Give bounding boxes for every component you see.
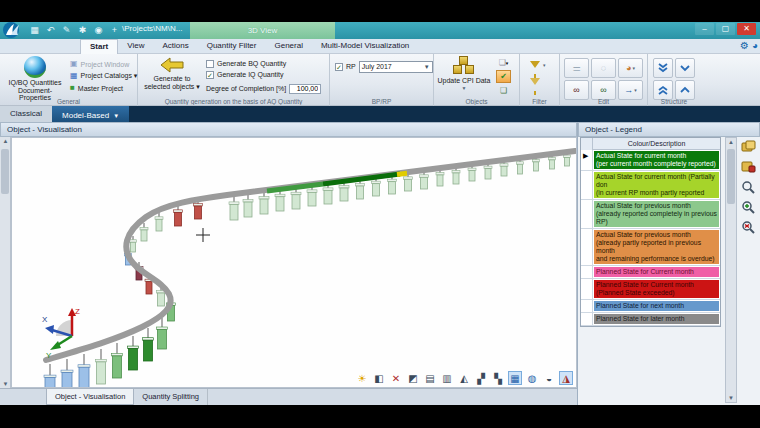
scroll-down-icon[interactable]: ▼ <box>726 395 736 401</box>
bridge-pier-darkgreen <box>128 336 139 370</box>
go-to-icon[interactable]: →▾ <box>618 80 643 100</box>
minimize-button[interactable]: – <box>695 23 714 35</box>
reporting-period-select[interactable]: July 2017 ▼ <box>359 61 433 73</box>
expand-all-icon[interactable] <box>653 58 673 78</box>
bottom-tab-quantity-splitting[interactable]: Quantity Splitting <box>134 389 208 405</box>
save-icon[interactable]: ▦ <box>28 24 41 37</box>
rp-checkbox[interactable]: ✓ <box>335 63 343 71</box>
legend-row[interactable]: Actual State for previous month(already … <box>581 200 720 229</box>
maximize-button[interactable]: ▢ <box>716 23 735 35</box>
scroll-thumb[interactable] <box>1 149 9 194</box>
legend-row[interactable]: Planned State for Current month <box>581 266 720 279</box>
edit-redo-icon[interactable]: ◕▾ <box>618 58 643 78</box>
copy-image-icon[interactable]: ▤ <box>423 371 437 385</box>
legend-row[interactable]: Actual State for previous month(already … <box>581 229 720 266</box>
object-check-icon[interactable]: ✔ <box>496 70 511 83</box>
ribbon-tab-quantity-filter[interactable]: Quantity Filter <box>198 39 266 54</box>
unchecked-checkbox-icon[interactable] <box>206 60 214 68</box>
gear-icon[interactable]: ⚙ <box>740 40 749 51</box>
ribbon-tab-view[interactable]: View <box>118 39 153 54</box>
object-apply-icon[interactable]: ❏ <box>496 84 511 97</box>
find-next-icon[interactable]: ∞ <box>591 80 616 100</box>
section-plane-icon[interactable]: ◒ <box>542 371 556 385</box>
object-select-icon[interactable]: ❏▾ <box>496 56 511 69</box>
light-icon[interactable]: ☀ <box>355 371 369 385</box>
expand-one-icon[interactable] <box>675 58 695 78</box>
legend-row-description: Planned State for next month <box>594 301 719 311</box>
zoom-out-icon[interactable] <box>741 220 756 234</box>
degree-of-completion-field[interactable] <box>289 84 321 94</box>
filter-clear-icon[interactable] <box>530 78 540 85</box>
iqbq-quantities-button[interactable]: IQ/BQ Quantities Document-Properties <box>4 56 66 102</box>
delete-view-icon[interactable]: ✕ <box>389 371 403 385</box>
bottom-tab-object-visualisation[interactable]: Object - Visualisation <box>46 389 134 405</box>
legend-row[interactable]: ▶Actual State for current month(per curr… <box>581 150 720 171</box>
collapse-one-icon[interactable] <box>675 80 695 100</box>
rotate-view-icon[interactable]: ◭ <box>457 371 471 385</box>
help-icon[interactable]: ◕ <box>752 40 758 51</box>
globe-icon[interactable]: ◉ <box>92 24 105 37</box>
group-label-structure: Structure <box>648 98 700 105</box>
report-lock-icon[interactable] <box>741 160 756 174</box>
checked-checkbox-icon[interactable]: ✓ <box>206 71 214 79</box>
legend-row[interactable]: Planned State for later month <box>581 313 720 326</box>
ribbon-tab-multi-model-visualization[interactable]: Multi-Model Visualization <box>312 39 418 54</box>
add-icon[interactable]: + <box>108 24 121 37</box>
generate-iq-quantity-checkbox[interactable]: ✓Generate IQ Quantity <box>206 69 328 80</box>
3d-viewport[interactable]: Z X Y ☀◧✕◩▤▥◭▞▚▦◍◒◮ <box>11 137 577 388</box>
measure-icon[interactable]: ◩ <box>406 371 420 385</box>
grid-view-icon[interactable]: ▦ <box>508 371 522 385</box>
legend-row-description: Planned State for Current month(Planned … <box>594 280 719 298</box>
next-view-icon[interactable]: ▚ <box>491 371 505 385</box>
ribbon-tab-general[interactable]: General <box>265 39 311 54</box>
export-view-icon[interactable]: ◮ <box>559 371 573 385</box>
bridge-3d-model: Z X Y <box>12 138 577 388</box>
move-cursor-icon <box>196 228 210 242</box>
tab-model-based[interactable]: Model-Based ▼ <box>52 106 129 122</box>
catalog-cube-icon: ▦ <box>70 71 78 81</box>
generate-bq-quantity-checkbox[interactable]: Generate BQ Quantity <box>206 58 328 69</box>
scroll-up-icon[interactable]: ▲ <box>726 139 736 145</box>
shade-view-icon[interactable]: ◧ <box>372 371 386 385</box>
layer-view-icon[interactable]: ▥ <box>440 371 454 385</box>
legend-row-description: Actual State for current month (Partiall… <box>594 172 719 198</box>
zoom-in-icon[interactable] <box>741 200 756 214</box>
legend-panel-header: Object - Legend <box>578 122 760 137</box>
zoom-icon[interactable] <box>741 180 756 194</box>
legend-scrollbar[interactable]: ▲ ▼ <box>725 137 737 403</box>
svg-text:Y: Y <box>46 351 52 360</box>
mode-tab-strip: Classical Model-Based ▼ <box>0 106 760 122</box>
pen-icon[interactable]: ✎ <box>60 24 73 37</box>
tab-classical[interactable]: Classical <box>0 106 52 122</box>
legend-row[interactable]: Actual State for current month (Partiall… <box>581 171 720 200</box>
filter-icon[interactable] <box>530 61 540 68</box>
find-icon[interactable]: ∞ <box>564 80 589 100</box>
edit-undo-icon[interactable]: ◌ <box>591 58 616 78</box>
edit-cut-icon[interactable]: ⚌ <box>564 58 589 78</box>
close-button[interactable]: ✕ <box>737 23 756 35</box>
ribbon-group-general: IQ/BQ Quantities Document-Properties ▣Pr… <box>0 54 138 106</box>
project-catalogs-button[interactable]: ▦Project Catalogs ▾ <box>70 70 137 82</box>
group-label-objects: Objects <box>434 98 519 105</box>
scroll-down-icon[interactable]: ▼ <box>0 381 11 387</box>
generate-arrow-icon <box>159 56 185 74</box>
update-cpi-data-button[interactable]: Update CPI Data ▼ <box>437 56 491 92</box>
left-scrollbar[interactable]: ▲ ▼ <box>0 137 11 388</box>
scroll-up-icon[interactable]: ▲ <box>0 138 11 144</box>
report-icon[interactable] <box>741 140 756 154</box>
info-icon[interactable]: ◍ <box>525 371 539 385</box>
settings-icon[interactable]: ✱ <box>76 24 89 37</box>
legend-row[interactable]: Planned State for Current month(Planned … <box>581 279 720 300</box>
generate-to-selected-button[interactable]: Generate to selected objects ▾ <box>141 56 203 90</box>
master-project-button[interactable]: ■Master Project <box>70 82 137 94</box>
undo-icon[interactable]: ↶ <box>44 24 57 37</box>
prev-view-icon[interactable]: ▞ <box>474 371 488 385</box>
collapse-all-icon[interactable] <box>653 80 673 100</box>
deck-progress-yellow <box>397 173 407 174</box>
scroll-thumb[interactable] <box>727 149 735 204</box>
ribbon-tab-actions[interactable]: Actions <box>153 39 197 54</box>
letterbox-top <box>0 0 760 22</box>
legend-row[interactable]: Planned State for next month <box>581 300 720 313</box>
project-window-button[interactable]: ▣Project Window <box>70 58 137 70</box>
ribbon-tab-start[interactable]: Start <box>80 39 118 54</box>
